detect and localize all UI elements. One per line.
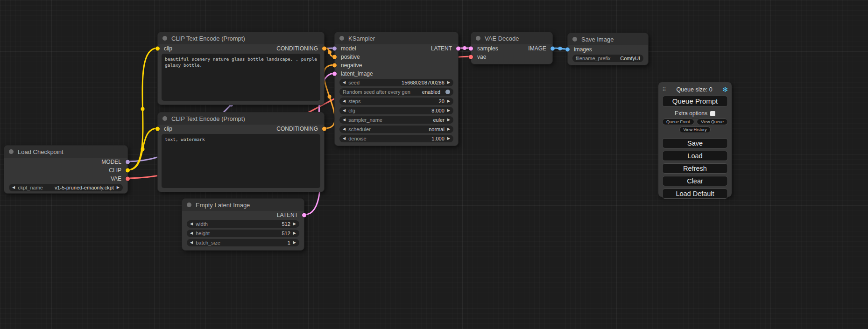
output-port-latent[interactable] [302,213,306,217]
input-port-positive[interactable] [332,55,337,59]
node-empty-latent-image[interactable]: Empty Latent Image LATENT ◀ width 512 ▶ … [182,198,304,251]
save-button[interactable]: Save [662,138,728,148]
clear-button[interactable]: Clear [662,176,728,186]
increment-arrow-icon[interactable]: ▶ [447,81,450,84]
input-port-model[interactable] [332,47,337,51]
decrement-arrow-icon[interactable]: ◀ [343,127,346,131]
io-row: CLIP [4,166,127,175]
toggle-knob-icon[interactable] [445,90,450,94]
node-title-bar[interactable]: Load Checkpoint [4,146,127,158]
node-title-bar[interactable]: KSampler [335,32,458,44]
refresh-button[interactable]: Refresh [662,163,728,174]
input-label-vae: vae [471,54,486,60]
queue-size-label: Queue size: 0 [666,86,722,93]
node-clip-text-encode-positive[interactable]: CLIP Text Encode (Prompt) clip CONDITION… [157,32,325,105]
output-port-image[interactable] [550,47,555,51]
node-load-checkpoint[interactable]: Load Checkpoint MODEL CLIP VAE ◀ ckpt_na… [4,145,128,194]
output-label-latent: LATENT [431,45,458,52]
node-clip-text-encode-negative[interactable]: CLIP Text Encode (Prompt) clip CONDITION… [157,112,325,192]
decrement-arrow-icon[interactable]: ◀ [343,137,346,140]
increment-arrow-icon[interactable]: ▶ [447,99,450,103]
increment-arrow-icon[interactable]: ▶ [293,222,296,226]
widget-value: enabled [422,89,440,95]
increment-arrow-icon[interactable]: ▶ [293,231,296,235]
decrement-arrow-icon[interactable]: ◀ [343,81,346,84]
io-row: positive [335,53,458,61]
input-port-images[interactable] [565,48,570,52]
increment-arrow-icon[interactable]: ▶ [447,137,450,140]
widget-name: filename_prefix [576,56,611,61]
collapse-dot[interactable] [162,36,167,41]
increment-arrow-icon[interactable]: ▶ [447,118,450,122]
node-title: KSampler [348,35,375,42]
widget-height[interactable]: ◀ height 512 ▶ [187,230,299,237]
decrement-arrow-icon[interactable]: ◀ [12,186,15,189]
node-title-bar[interactable]: Save Image [568,33,648,45]
queue-panel-header: ⠿ Queue size: 0 ✻ [662,85,728,94]
extra-options-checkbox[interactable] [710,111,715,116]
widget-random-seed-toggle[interactable]: Random seed after every gen enabled [339,88,453,96]
decrement-arrow-icon[interactable]: ◀ [343,118,346,122]
collapse-dot[interactable] [476,36,480,41]
output-port-conditioning[interactable] [322,47,326,51]
node-title-bar[interactable]: Empty Latent Image [182,199,304,211]
widget-denoise[interactable]: ◀ denoise 1.000 ▶ [339,135,453,142]
decrement-arrow-icon[interactable]: ◀ [190,222,193,226]
widget-filename-prefix[interactable]: filename_prefix ComfyUI [572,55,643,62]
collapse-dot[interactable] [572,37,577,42]
node-ksampler[interactable]: KSampler model LATENT positive negative … [334,32,459,146]
collapse-dot[interactable] [9,149,14,154]
widget-ckpt-name[interactable]: ◀ ckpt_name v1-5-pruned-emaonly.ckpt ▶ [9,184,123,191]
decrement-arrow-icon[interactable]: ◀ [343,109,346,112]
output-port-model[interactable] [126,160,130,164]
increment-arrow-icon[interactable]: ▶ [293,241,296,245]
queue-front-button[interactable]: Queue Front [662,119,694,125]
node-title-bar[interactable]: CLIP Text Encode (Prompt) [158,32,324,44]
view-history-button[interactable]: View History [679,126,711,133]
drag-handle-icon[interactable]: ⠿ [662,86,666,93]
widget-scheduler[interactable]: ◀ scheduler normal ▶ [339,126,453,133]
widget-batch-size[interactable]: ◀ batch_size 1 ▶ [187,239,299,246]
input-port-negative[interactable] [332,63,337,68]
queue-prompt-button[interactable]: Queue Prompt [662,96,728,107]
input-port-clip[interactable] [155,127,160,131]
positive-prompt-textarea[interactable]: beautiful scenery nature glass bottle la… [162,54,320,101]
queue-panel: ⠿ Queue size: 0 ✻ Queue Prompt Extra opt… [658,82,732,197]
collapse-dot[interactable] [187,203,191,207]
decrement-arrow-icon[interactable]: ◀ [343,99,346,103]
widget-width[interactable]: ◀ width 512 ▶ [187,220,299,228]
input-label-images: images [568,46,592,53]
input-port-vae[interactable] [469,55,473,59]
increment-arrow-icon[interactable]: ▶ [117,186,120,189]
output-port-conditioning[interactable] [322,127,326,131]
collapse-dot[interactable] [162,116,167,121]
node-vae-decode[interactable]: VAE Decode samples IMAGE vae [471,32,553,64]
increment-arrow-icon[interactable]: ▶ [447,127,450,131]
node-title-bar[interactable]: VAE Decode [471,32,552,44]
negative-prompt-textarea[interactable]: text, watermark [162,134,320,188]
decrement-arrow-icon[interactable]: ◀ [190,231,193,235]
widget-sampler-name[interactable]: ◀ sampler_name euler ▶ [339,116,453,124]
input-port-clip[interactable] [155,47,160,51]
io-row: MODEL [4,158,127,166]
widget-steps[interactable]: ◀ steps 20 ▶ [339,98,453,105]
widget-cfg[interactable]: ◀ cfg 8.000 ▶ [339,107,453,114]
load-default-button[interactable]: Load Default [662,189,728,199]
node-title: VAE Decode [485,35,519,42]
input-port-latent-image[interactable] [332,72,337,76]
node-save-image[interactable]: Save Image images filename_prefix ComfyU… [567,33,649,65]
settings-gear-icon[interactable]: ✻ [722,86,728,93]
widget-seed[interactable]: ◀ seed 156680208700286 ▶ [339,79,453,86]
output-port-latent[interactable] [456,47,460,51]
output-port-vae[interactable] [126,177,130,181]
input-label-latent-image: latent_image [335,70,373,77]
load-button[interactable]: Load [662,151,728,161]
view-queue-button[interactable]: View Queue [697,119,728,125]
output-port-clip[interactable] [126,168,130,173]
input-port-samples[interactable] [469,47,473,51]
widget-name: width [196,221,208,227]
collapse-dot[interactable] [339,36,344,41]
decrement-arrow-icon[interactable]: ◀ [190,241,193,245]
increment-arrow-icon[interactable]: ▶ [447,109,450,112]
node-title-bar[interactable]: CLIP Text Encode (Prompt) [158,112,324,125]
